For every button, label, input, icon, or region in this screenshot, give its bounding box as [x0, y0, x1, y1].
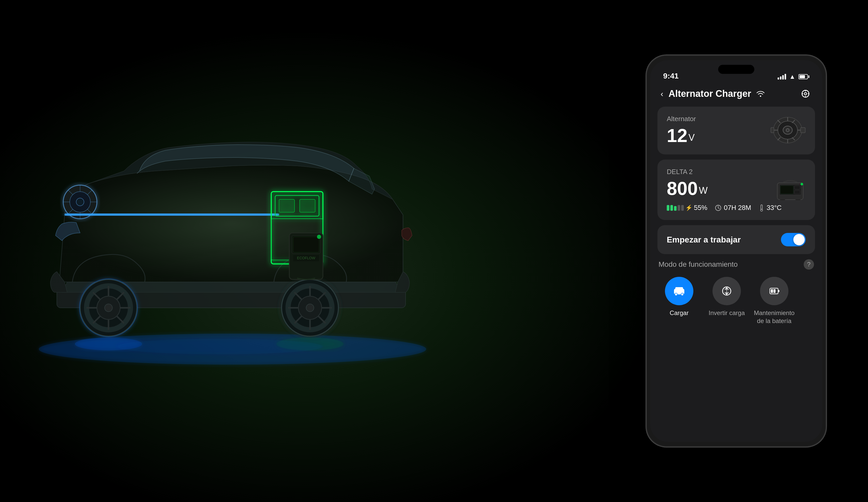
alternator-image	[769, 116, 806, 145]
time-remaining: 07H 28M	[714, 204, 751, 212]
mode-cargar-button[interactable]: Cargar	[659, 277, 700, 325]
svg-text:ECOFLOW: ECOFLOW	[297, 256, 316, 260]
dynamic-island	[718, 65, 754, 74]
battery-indicator: ⚡ 55%	[667, 204, 707, 212]
delta2-card: DELTA 2 800 W	[658, 160, 815, 220]
svg-point-79	[675, 293, 677, 296]
invert-icon	[720, 284, 733, 297]
bar-3	[674, 206, 676, 211]
svg-rect-84	[771, 289, 773, 293]
svg-point-13	[105, 304, 112, 312]
bar-4	[678, 205, 680, 211]
toggle-label: Empezar a trabajar	[667, 235, 741, 244]
svg-rect-34	[279, 199, 294, 212]
battery-stats: ⚡ 55% 07H 28M	[667, 204, 806, 212]
svg-point-29	[76, 198, 84, 206]
toggle-card: Empezar a trabajar	[658, 225, 815, 254]
mode-section: Modo de funcionamiento ?	[658, 259, 815, 325]
svg-point-80	[681, 293, 683, 296]
mode-title: Modo de funcionamiento	[659, 260, 738, 269]
svg-rect-78	[675, 287, 683, 291]
svg-rect-75	[761, 205, 762, 209]
back-chevron-icon: ‹	[661, 89, 663, 98]
mode-invertir-button[interactable]: Invertir carga	[706, 277, 747, 325]
page-title: Alternator Charger	[669, 88, 794, 99]
svg-rect-35	[300, 199, 315, 212]
svg-point-55	[786, 129, 789, 132]
svg-rect-72	[780, 199, 785, 200]
battery-bars	[667, 205, 684, 211]
mode-buttons: Cargar	[659, 277, 814, 325]
svg-rect-39	[293, 237, 319, 252]
battery-icon	[798, 74, 809, 79]
svg-rect-30	[65, 213, 276, 216]
status-time: 9:41	[663, 72, 679, 80]
temperature: 33°C	[758, 204, 782, 212]
svg-rect-69	[794, 186, 800, 189]
bolt-icon: ⚡	[685, 205, 692, 211]
svg-point-45	[116, 339, 323, 354]
delta2-unit: W	[699, 185, 707, 196]
mode-cargar-label: Cargar	[670, 309, 689, 317]
svg-point-26	[306, 304, 314, 312]
bar-2	[670, 205, 673, 211]
mode-mantenimiento-icon-wrap	[760, 277, 788, 305]
svg-rect-73	[795, 199, 800, 200]
bar-5	[681, 205, 684, 211]
settings-button[interactable]	[799, 87, 812, 100]
svg-rect-64	[800, 127, 805, 133]
alternator-unit: V	[689, 132, 695, 143]
svg-point-71	[800, 183, 803, 185]
delta2-image	[775, 176, 806, 203]
svg-rect-65	[771, 127, 774, 133]
phone-screen: 9:41 ▲	[650, 60, 822, 442]
phone-mockup: 9:41 ▲	[646, 55, 827, 447]
svg-point-42	[317, 235, 321, 239]
background: ECOFLOW 9:41	[0, 0, 868, 502]
wifi-status-icon: ▲	[789, 73, 795, 80]
mode-header: Modo de funcionamiento ?	[659, 259, 814, 270]
status-icons: ▲	[778, 73, 809, 80]
thermometer-icon	[758, 204, 765, 211]
clock-icon	[714, 204, 722, 211]
back-button[interactable]: ‹	[661, 89, 663, 98]
help-button[interactable]: ?	[804, 259, 814, 270]
alternator-card: Alternator 12 V	[658, 107, 815, 154]
svg-rect-70	[794, 190, 800, 194]
car-icon	[673, 284, 685, 297]
mode-invertir-icon-wrap	[712, 277, 741, 305]
car-visualization: ECOFLOW	[0, 0, 517, 502]
svg-rect-85	[774, 289, 776, 293]
mode-mantenimiento-button[interactable]: Mantenimiento de la batería	[754, 277, 795, 325]
svg-rect-68	[781, 186, 793, 194]
mode-invertir-label: Invertir carga	[709, 309, 745, 317]
wifi-icon	[756, 91, 765, 97]
svg-rect-83	[778, 290, 779, 292]
signal-icon	[778, 74, 786, 80]
nav-bar: ‹ Alternator Charger	[650, 83, 822, 104]
car-svg: ECOFLOW	[0, 0, 517, 502]
phone-frame: 9:41 ▲	[646, 55, 827, 447]
bar-1	[667, 205, 669, 211]
delta2-label: DELTA 2	[667, 168, 806, 176]
target-icon	[801, 89, 810, 98]
battery-percent: 55%	[694, 204, 707, 212]
mode-mantenimiento-label: Mantenimiento de la batería	[754, 309, 795, 325]
scroll-content: Alternator 12 V	[650, 104, 822, 442]
toggle-switch[interactable]	[781, 233, 806, 247]
toggle-knob	[793, 234, 805, 245]
mode-cargar-icon-wrap	[665, 277, 693, 305]
svg-point-47	[805, 93, 807, 95]
battery-maintain-icon	[768, 284, 781, 297]
